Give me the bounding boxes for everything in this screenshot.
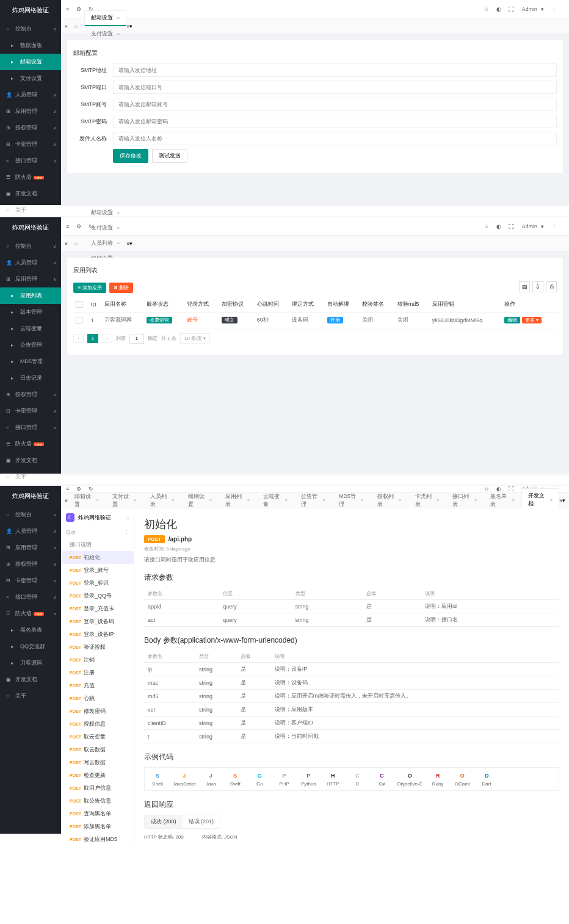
sidebar-item[interactable]: ☰防火墙new∧ xyxy=(0,605,61,622)
menu-icon[interactable]: ≡ xyxy=(66,6,69,12)
chevron-down-icon[interactable]: ▾ xyxy=(541,6,544,12)
theme-icon[interactable]: ◐ xyxy=(496,6,501,12)
search-icon[interactable]: ⌕ xyxy=(126,514,129,521)
sidebar-item[interactable]: ⊟卡密管理∨ xyxy=(0,136,61,153)
pager-confirm[interactable]: 确定 xyxy=(148,335,158,342)
close-icon[interactable]: × xyxy=(117,210,120,215)
lang-item[interactable]: PPython xyxy=(299,771,317,787)
form-input[interactable] xyxy=(113,115,557,128)
per-page-select[interactable]: 10 条/页 ▾ xyxy=(180,333,211,344)
tab[interactable]: 邮箱设置× xyxy=(84,10,126,26)
tab[interactable]: 邮箱设置× xyxy=(84,205,126,220)
sidebar-item[interactable]: ▸应用列表 xyxy=(0,287,61,304)
close-icon[interactable]: × xyxy=(117,240,120,246)
tab-home[interactable]: ⌂ xyxy=(68,20,84,33)
doc-nav-item[interactable]: POST查询黑名单 xyxy=(61,807,134,820)
sidebar-item[interactable]: <接口管理∨ xyxy=(0,419,61,436)
page-input[interactable] xyxy=(129,334,144,344)
lang-item[interactable]: PPHP xyxy=(275,771,293,787)
page-1[interactable]: 1 xyxy=(87,334,98,343)
filter-icon[interactable]: ▤ xyxy=(519,281,530,292)
export-icon[interactable]: ⇩ xyxy=(532,281,543,292)
doc-nav-item[interactable]: POST验证应用MD5 xyxy=(61,833,134,846)
doc-nav-item[interactable]: POST登录_设备码 xyxy=(61,615,134,628)
lang-item[interactable]: HHTTP xyxy=(324,771,342,787)
doc-nav-item[interactable]: POST初始化 xyxy=(61,551,134,564)
tab[interactable]: 人员列表× xyxy=(84,236,126,251)
lang-item[interactable]: SShell xyxy=(148,771,167,787)
sidebar-item[interactable]: ▸公告管理 xyxy=(0,337,61,353)
theme-icon[interactable]: ◐ xyxy=(496,223,501,229)
sidebar-item[interactable]: ○关于 xyxy=(0,688,61,704)
close-icon[interactable]: × xyxy=(437,497,440,503)
sidebar-item[interactable]: ○控制台∨ xyxy=(0,238,61,254)
chevron-down-icon[interactable]: ▾ xyxy=(541,223,544,229)
doc-nav-item[interactable]: POST登录_充值卡 xyxy=(61,602,134,615)
lang-item[interactable]: OObjective-C xyxy=(397,771,422,787)
sidebar-item[interactable]: ⊕授权管理∨ xyxy=(0,120,61,136)
lang-item[interactable]: DDart xyxy=(477,771,496,787)
sidebar-item[interactable]: ▸MD5管理 xyxy=(0,353,61,370)
close-icon[interactable]: × xyxy=(361,497,364,503)
sidebar-item[interactable]: ▸云端变量 xyxy=(0,320,61,337)
doc-nav-item[interactable]: POST验证授权 xyxy=(61,641,134,654)
lang-item[interactable]: OOCaml xyxy=(453,771,471,787)
response-tab[interactable]: 成功 (200) xyxy=(145,815,183,828)
close-icon[interactable]: × xyxy=(117,15,120,21)
sidebar-item[interactable]: 👤人员管理∨ xyxy=(0,254,61,271)
more-icon[interactable]: ⋮ xyxy=(551,223,557,229)
save-button[interactable]: 保存修改 xyxy=(113,149,148,163)
form-input[interactable] xyxy=(113,81,557,94)
close-icon[interactable]: × xyxy=(474,497,477,503)
lang-item[interactable]: RRuby xyxy=(429,771,447,787)
gear-icon[interactable]: ⚙ xyxy=(76,6,81,12)
lang-item[interactable]: SSwift xyxy=(226,771,244,787)
sidebar-item[interactable]: ▸黑名单表 xyxy=(0,622,61,638)
gear-icon[interactable]: ⚙ xyxy=(76,223,81,229)
notify-icon[interactable]: ☆ xyxy=(484,223,489,229)
more-button[interactable]: 更多 ▾ xyxy=(522,317,542,323)
sidebar-item[interactable]: 👤人员管理∨ xyxy=(0,87,61,103)
sidebar-item[interactable]: ☰防火墙new xyxy=(0,436,61,452)
doc-nav-item[interactable]: POST写云数据 xyxy=(61,756,134,769)
tab[interactable]: 支付设置× xyxy=(84,220,126,236)
fullscreen-icon[interactable]: ⛶ xyxy=(509,223,514,229)
doc-nav-item[interactable]: POST登录_标识 xyxy=(61,577,134,590)
close-icon[interactable]: × xyxy=(117,225,120,231)
close-icon[interactable]: × xyxy=(172,497,175,503)
doc-nav-item[interactable]: POST充值 xyxy=(61,679,134,692)
close-icon[interactable]: × xyxy=(399,497,402,503)
doc-group[interactable]: 接口说明 xyxy=(61,538,134,551)
lang-item[interactable]: CC xyxy=(348,771,366,787)
doc-nav-item[interactable]: POST注销 xyxy=(61,654,134,666)
doc-nav-item[interactable]: POST登录_账号 xyxy=(61,564,134,577)
lang-item[interactable]: JJava xyxy=(201,771,220,787)
doc-nav-item[interactable]: POST登录_QQ号 xyxy=(61,590,134,602)
close-icon[interactable]: × xyxy=(247,497,250,503)
doc-nav-item[interactable]: POST取云变量 xyxy=(61,731,134,743)
sidebar-item[interactable]: ⊕授权管理∨ xyxy=(0,386,61,403)
doc-nav-item[interactable]: POST取公告信息 xyxy=(61,795,134,807)
user-name[interactable]: Admin xyxy=(521,6,537,12)
sidebar-item[interactable]: 👤人员管理∨ xyxy=(0,523,61,540)
sidebar-item[interactable]: ⊟卡密管理∨ xyxy=(0,572,61,589)
doc-nav-item[interactable]: POST取云数据 xyxy=(61,743,134,756)
doc-nav-item[interactable]: POST添加黑名单 xyxy=(61,820,134,833)
sidebar-item[interactable]: ⊕授权管理∨ xyxy=(0,556,61,572)
sidebar-item[interactable]: ○控制台∧ xyxy=(0,21,61,37)
response-tab[interactable]: 错误 (201) xyxy=(183,815,220,828)
doc-nav-item[interactable]: POST取用户信息 xyxy=(61,782,134,795)
form-input[interactable] xyxy=(113,132,557,145)
form-input[interactable] xyxy=(113,63,557,77)
sidebar-item[interactable]: ▣开发文档 xyxy=(0,186,61,202)
sidebar-item[interactable]: ▸版本管理 xyxy=(0,304,61,320)
sidebar-item[interactable]: ▸支付设置 xyxy=(0,70,61,87)
prev-page[interactable]: ‹ xyxy=(73,334,84,343)
doc-nav-item[interactable]: POST检查更新 xyxy=(61,769,134,782)
print-icon[interactable]: ⎙ xyxy=(546,281,557,292)
sidebar-item[interactable]: ○关于 xyxy=(0,469,61,485)
close-icon[interactable]: × xyxy=(209,497,212,503)
close-icon[interactable]: × xyxy=(512,497,515,503)
test-send-button[interactable]: 测试发送 xyxy=(152,149,187,163)
tab-home[interactable]: ⌂ xyxy=(68,237,84,250)
